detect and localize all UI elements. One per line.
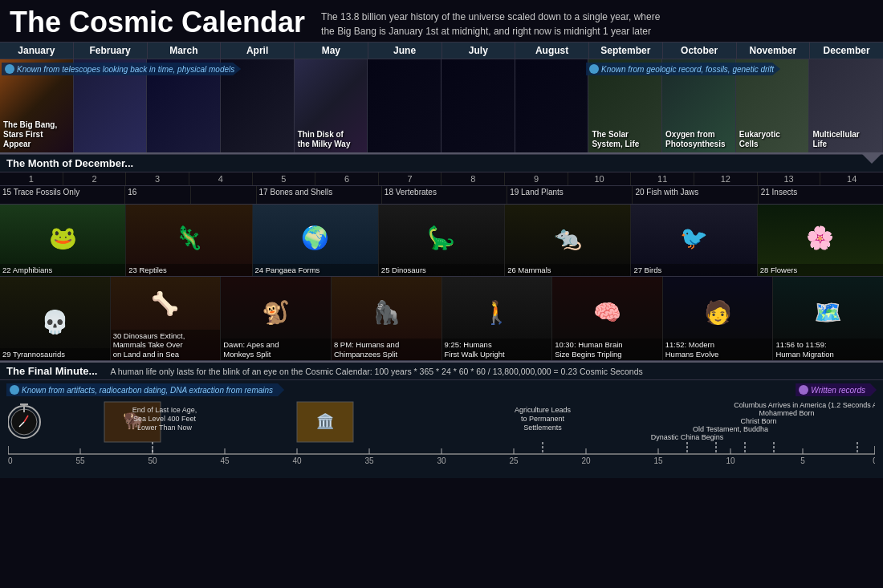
svg-text:10: 10 xyxy=(726,456,735,465)
subtitle-line2: the Big Bang is January 1st at midnight,… xyxy=(321,24,873,39)
label-tyrannosaurids: 29 Tyrannosaurids xyxy=(0,348,110,360)
label-mammal: 26 Mammals xyxy=(505,264,630,276)
top-label-november: EukaryoticCells xyxy=(739,130,780,149)
december-header-text: The Month of December... xyxy=(6,157,133,169)
chimp-icon: 🦍 xyxy=(332,286,442,339)
cell-chimp: 🦍 8 PM: Humans andChimpanzees Split xyxy=(332,277,442,360)
svg-text:0: 0 xyxy=(873,456,875,465)
month-september: September xyxy=(589,43,663,59)
pangaea-icon: 🌍 xyxy=(253,212,378,264)
cell-amphibian: 🐸 22 Amphibians xyxy=(0,205,126,276)
svg-text:35: 35 xyxy=(364,456,374,465)
svg-text:End of Last Ice Age,: End of Last Ice Age, xyxy=(132,406,197,414)
final-minute-header: The Final Minute... A human life only la… xyxy=(0,363,883,380)
label-modern-humans: 11:52: ModernHumans Evolve xyxy=(663,339,773,360)
day-4: 4 xyxy=(189,172,253,185)
label-migration: 11:56 to 11:59:Human Migration xyxy=(773,339,883,360)
ape-icon: 🐒 xyxy=(221,286,331,339)
bird-icon: 🐦 xyxy=(631,212,756,264)
day-9: 9 xyxy=(505,172,568,185)
banners-row: Known from artifacts, radiocarbon dating… xyxy=(0,380,883,398)
arrow-down xyxy=(861,152,883,164)
day-2: 2 xyxy=(63,172,127,185)
svg-text:Agriculture Leads: Agriculture Leads xyxy=(515,406,572,414)
cell-brain-triple: 🧠 10:30: Human BrainSize Begins Tripling xyxy=(552,277,663,360)
label-brain-triple: 10:30: Human BrainSize Begins Tripling xyxy=(552,339,662,360)
event-land-plants: 19 Land Plants xyxy=(507,186,633,204)
cell-dinosaur: 🦕 25 Dinosaurs xyxy=(379,205,505,276)
svg-text:🏛️: 🏛️ xyxy=(316,412,335,430)
svg-text:Sea Level 400 Feet: Sea Level 400 Feet xyxy=(133,415,197,423)
month-august: August xyxy=(515,43,589,59)
december-header: The Month of December... xyxy=(0,154,883,172)
top-cell-june xyxy=(368,59,442,152)
label-reptile: 23 Reptiles xyxy=(126,264,251,276)
event-row-15-21: 15 Trace Fossils Only 16 17 Bones and Sh… xyxy=(0,186,883,205)
amphibian-icon: 🐸 xyxy=(0,212,125,264)
top-label-may: Thin Disk ofthe Milky Way xyxy=(298,130,351,149)
top-cell-august xyxy=(515,59,589,152)
day-8: 8 xyxy=(442,172,505,185)
day-7: 7 xyxy=(379,172,442,185)
label-chimp: 8 PM: Humans andChimpanzees Split xyxy=(332,339,442,360)
cell-flower: 🌸 28 Flowers xyxy=(758,205,883,276)
written-records-text: Written records xyxy=(811,386,865,395)
svg-text:50: 50 xyxy=(148,456,157,465)
svg-text:Settlements: Settlements xyxy=(523,424,562,432)
cell-bird: 🐦 27 Birds xyxy=(631,205,757,276)
label-bird: 27 Birds xyxy=(631,264,756,276)
subtitle-line1: The 13.8 billion year history of the uni… xyxy=(321,10,873,24)
final-minute-description: A human life only lasts for the blink of… xyxy=(97,367,877,376)
timeline-area: 60 55 50 45 40 35 30 25 20 15 xyxy=(0,398,883,478)
day-11: 11 xyxy=(631,172,694,185)
day-numbers-row-1: 1 2 3 4 5 6 7 8 9 10 11 12 13 14 xyxy=(0,172,883,186)
artifacts-banner-text: Known from artifacts, radiocarbon dating… xyxy=(22,386,273,395)
cell-migration: 🗺️ 11:56 to 11:59:Human Migration xyxy=(773,277,883,360)
svg-text:25: 25 xyxy=(509,456,519,465)
brain-icon: 🧠 xyxy=(552,286,662,339)
label-pangaea: 24 Pangaea Forms xyxy=(253,264,378,276)
svg-text:5: 5 xyxy=(800,456,805,465)
december-section: The Month of December... 1 2 3 4 5 6 7 8… xyxy=(0,154,883,361)
reptile-icon: 🦎 xyxy=(126,212,251,264)
month-april: April xyxy=(221,43,295,59)
month-november: November xyxy=(737,43,811,59)
cell-modern-humans: 🧑 11:52: ModernHumans Evolve xyxy=(663,277,774,360)
event-16: 16 xyxy=(125,186,191,204)
main-title: The Cosmic Calendar xyxy=(10,6,305,39)
mammal-icon: 🐀 xyxy=(505,212,630,264)
svg-text:Old Testament, Buddha: Old Testament, Buddha xyxy=(693,425,768,433)
month-june: June xyxy=(368,43,442,59)
cell-pangaea: 🌍 24 Pangaea Forms xyxy=(253,205,379,276)
event-insects: 21 Insects xyxy=(759,186,883,204)
svg-text:to Permanent: to Permanent xyxy=(521,415,565,423)
month-march: March xyxy=(148,43,222,59)
top-cell-april xyxy=(221,59,295,152)
event-fish-jaws: 20 Fish with Jaws xyxy=(633,186,758,204)
month-january: January xyxy=(0,43,74,59)
cell-dino-extinct: 🦴 30 Dinosaurs Extinct,Mammals Take Over… xyxy=(111,277,222,360)
month-december: December xyxy=(810,43,883,59)
top-cell-january: The Big Bang,Stars First Appear xyxy=(0,59,74,152)
header: The Cosmic Calendar The 13.8 billion yea… xyxy=(0,0,883,42)
month-february: February xyxy=(74,43,148,59)
day-3: 3 xyxy=(126,172,189,185)
svg-text:Christ Born: Christ Born xyxy=(740,417,776,425)
day-12: 12 xyxy=(694,172,758,185)
day-6: 6 xyxy=(315,172,379,185)
svg-text:40: 40 xyxy=(292,456,302,465)
written-records-banner: Written records xyxy=(796,383,877,396)
modern-icon: 🧑 xyxy=(663,286,773,339)
svg-text:20: 20 xyxy=(581,456,591,465)
dinosaur-icon: 🦕 xyxy=(379,212,504,264)
scope-icon-artifacts xyxy=(10,385,19,395)
final-minute-section: The Final Minute... A human life only la… xyxy=(0,361,883,478)
label-dinosaur: 25 Dinosaurs xyxy=(379,264,504,276)
scope-icon-written xyxy=(799,385,808,395)
event-vertebrates: 18 Vertebrates xyxy=(382,186,507,204)
day-14: 14 xyxy=(820,172,883,185)
top-cell-september: The SolarSystem, Life xyxy=(588,59,662,152)
month-may: May xyxy=(295,43,368,59)
cell-tyrannosaurids: 💀 29 Tyrannosaurids xyxy=(0,277,111,360)
cell-reptile: 🦎 23 Reptiles xyxy=(126,205,252,276)
